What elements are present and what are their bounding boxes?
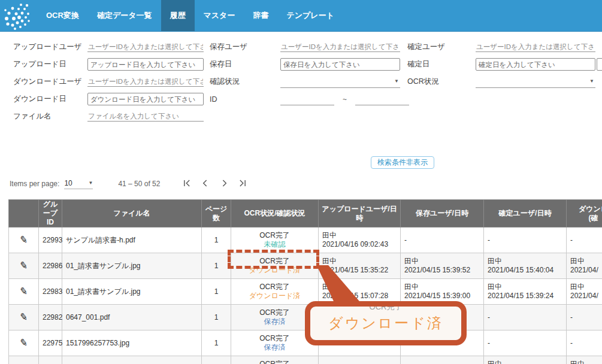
id-label: ID xyxy=(210,95,280,104)
group-id-cell: 22889 xyxy=(39,356,62,364)
file-name-label: ファイル名 xyxy=(13,111,87,122)
page-range-label: 41 – 50 of 52 xyxy=(118,180,160,188)
table-row: ✎ 22889 サンプル請求書.png 1 OCR完了 ダウンロード済 2021… xyxy=(9,356,602,364)
save-date-input[interactable] xyxy=(280,58,400,71)
confirm-user-cell: - xyxy=(484,228,567,253)
group-id-cell: 22983 xyxy=(39,279,62,305)
save-user-cell: - xyxy=(401,228,484,253)
nav-master[interactable]: マスター xyxy=(195,0,244,31)
edit-icon[interactable]: ✎ xyxy=(19,286,28,296)
edit-cell: ✎ xyxy=(9,253,39,279)
save-user-header: 保存ユーザ/日時 xyxy=(401,200,484,228)
file-name-cell: サンプル請求書-h.pdf xyxy=(62,228,202,253)
group-id-cell: 22986 xyxy=(39,253,62,279)
confirm-status-select[interactable]: ▼ xyxy=(280,75,400,88)
items-per-page-label: Items per page: xyxy=(10,180,59,188)
confirm-status-text[interactable]: 未確認 xyxy=(235,240,314,249)
download-complete-callout: OCR完了 ダウンロード済 xyxy=(305,301,467,345)
download-user-cell: - xyxy=(567,330,602,356)
confirm-user-cell: - xyxy=(484,330,567,356)
ocr-result-text: OCR完了 xyxy=(235,308,314,317)
upload-user-input[interactable] xyxy=(87,42,204,52)
confirm-status-label: 確認状況 xyxy=(210,77,280,87)
confirm-user-cell: 田中2021/04/15 15:40:04 xyxy=(484,253,567,279)
confirm-status-text[interactable]: 保存済 xyxy=(235,317,314,326)
nav-confirmed-data-list[interactable]: 確定データ一覧 xyxy=(88,0,161,31)
group-id-cell: 22975 xyxy=(39,330,62,356)
confirm-status-text[interactable]: 保存済 xyxy=(235,343,314,352)
top-navigation-bar: OCR変換 確定データ一覧 履歴 マスター 辞書 テンプレート xyxy=(0,0,602,32)
items-per-page-value: 10 xyxy=(64,179,72,187)
first-page-icon xyxy=(181,177,193,189)
upload-user-cell: 田中2021/04/16 09:02:43 xyxy=(319,228,401,253)
edit-icon[interactable]: ✎ xyxy=(19,235,28,245)
download-user-cell: 田中2021/04/ xyxy=(567,279,602,305)
file-name-cell: 1517996257753.jpg xyxy=(62,330,202,356)
file-name-cell: 0647_001.pdf xyxy=(62,305,202,330)
save-user-input[interactable] xyxy=(280,42,400,52)
app-logo-icon xyxy=(0,0,34,31)
ocr-status-header: OCR状況/確認状況 xyxy=(231,200,319,228)
confirm-user-header: 確定ユーザ/日時 xyxy=(484,200,567,228)
last-page-button[interactable] xyxy=(236,177,249,190)
fixed-user-label: 確定ユーザ xyxy=(407,42,476,52)
ocr-result-text: OCR完了 xyxy=(235,283,314,292)
download-date-input[interactable] xyxy=(87,93,204,105)
page-count-cell: 1 xyxy=(202,305,231,330)
ocr-status-label: OCR状況 xyxy=(407,77,476,87)
edit-icon[interactable]: ✎ xyxy=(19,338,28,348)
download-user-cell: 田中2021/04/ xyxy=(567,356,602,364)
hide-search-conditions-button[interactable]: 検索条件非表示 xyxy=(371,156,434,169)
edit-column-header xyxy=(9,200,39,228)
ocr-status-select[interactable]: ▼ xyxy=(476,75,595,88)
page-count-cell: 1 xyxy=(202,279,231,305)
page-count-cell: 1 xyxy=(202,330,231,356)
first-page-button[interactable] xyxy=(180,177,193,190)
confirm-user-cell: 田中2021/04/15 15:39:24 xyxy=(484,279,567,305)
page-count-header: ページ数 xyxy=(202,200,231,228)
nav-ocr-conversion[interactable]: OCR変換 xyxy=(37,0,88,31)
upload-user-header: アップロードユーザ/日時 xyxy=(319,200,401,228)
edit-icon[interactable]: ✎ xyxy=(19,260,28,271)
nav-dictionary[interactable]: 辞書 xyxy=(244,0,277,31)
id-range-separator: ~ xyxy=(343,95,347,104)
file-name-header: ファイル名 xyxy=(62,200,202,228)
nav-history[interactable]: 履歴 xyxy=(161,0,195,31)
main-nav: OCR変換 確定データ一覧 履歴 マスター 辞書 テンプレート xyxy=(37,0,343,31)
file-name-input[interactable] xyxy=(87,111,204,122)
table-header-row: グループID ファイル名 ページ数 OCR状況/確認状況 アップロードユーザ/日… xyxy=(9,200,602,228)
edit-icon[interactable]: ✎ xyxy=(19,312,28,322)
download-user-cell: 田中2021/04/ xyxy=(567,253,602,279)
fixed-user-input[interactable] xyxy=(476,42,595,52)
last-page-icon xyxy=(237,177,249,189)
items-per-page-select[interactable]: 10 ▼ xyxy=(64,179,93,189)
group-id-cell: 22993 xyxy=(39,228,62,253)
edit-cell: ✎ xyxy=(9,330,39,356)
table-row: ✎ 22983 01_請求書サンプル.jpg 1 OCR完了 ダウンロード済 田… xyxy=(9,279,602,305)
download-user-cell: - xyxy=(567,305,602,330)
fixed-date-input[interactable] xyxy=(476,58,595,71)
previous-page-button[interactable] xyxy=(199,177,212,190)
clipped-edge-input[interactable] xyxy=(597,58,602,71)
file-name-cell: 01_請求書サンプル.jpg xyxy=(62,279,202,305)
file-name-cell: 01_請求書サンプル.jpg xyxy=(62,253,202,279)
ocr-result-text: OCR完了 xyxy=(235,360,314,364)
edit-cell: ✎ xyxy=(9,228,39,253)
next-page-button[interactable] xyxy=(217,177,231,190)
id-from-input[interactable] xyxy=(280,93,334,105)
id-to-input[interactable] xyxy=(355,93,409,105)
save-user-label: 保存ユーザ xyxy=(210,42,280,52)
upload-date-input[interactable] xyxy=(87,58,204,71)
ocr-status-cell: OCR完了 ダウンロード済 xyxy=(231,356,319,364)
download-user-input[interactable] xyxy=(87,77,204,87)
nav-template[interactable]: テンプレート xyxy=(277,0,343,31)
ocr-status-cell: OCR完了 ダウンロード済 xyxy=(231,279,319,305)
ocr-result-text: OCR完了 xyxy=(235,334,314,343)
callout-main-text: ダウンロード済 xyxy=(310,314,461,333)
save-date-label: 保存日 xyxy=(210,59,280,69)
chevron-down-icon: ▼ xyxy=(394,78,399,84)
confirm-status-text[interactable]: ダウンロード済 xyxy=(235,292,314,301)
history-table: グループID ファイル名 ページ数 OCR状況/確認状況 アップロードユーザ/日… xyxy=(8,199,602,364)
confirm-user-cell: - xyxy=(484,305,567,330)
download-user-header: ダウンロ (確 xyxy=(567,200,602,228)
